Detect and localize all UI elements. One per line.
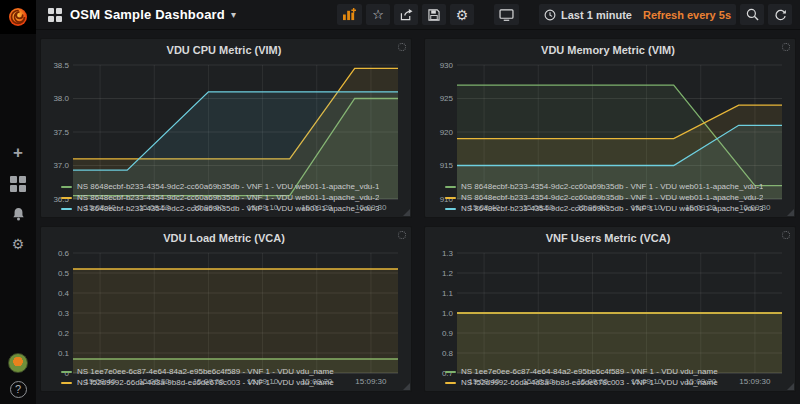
dashboard-grid: VDU CPU Metric (VIM) 36.537.037.538.038.… bbox=[36, 30, 800, 404]
legend-color-dash bbox=[445, 208, 456, 210]
legend-item[interactable]: NS 1ee7e0ee-6c87-4e64-84a2-e95be6c4f589 … bbox=[445, 366, 789, 377]
clock-icon bbox=[544, 9, 556, 21]
svg-text:925: 925 bbox=[440, 94, 454, 103]
time-range-label: Last 1 minute bbox=[561, 9, 632, 21]
grafana-logo[interactable] bbox=[0, 0, 36, 34]
svg-text:0.9: 0.9 bbox=[442, 329, 454, 338]
refresh-icon bbox=[774, 9, 787, 21]
svg-text:38.0: 38.0 bbox=[53, 94, 69, 103]
legend-item[interactable]: NS 8648ecbf-b233-4354-9dc2-cc60a69b35db … bbox=[61, 181, 405, 192]
legend-color-dash bbox=[61, 382, 72, 384]
legend-item[interactable]: NS 8648ecbf-b233-4354-9dc2-cc60a69b35db … bbox=[61, 203, 405, 214]
legend-item[interactable]: NS 8648ecbf-b233-4354-9dc2-cc60a69b35db … bbox=[61, 192, 405, 203]
panel-header[interactable]: VDU CPU Metric (VIM) bbox=[43, 41, 405, 59]
dashboard-title[interactable]: OSM Sample Dashboard bbox=[70, 7, 225, 22]
star-button[interactable]: ☆ bbox=[366, 4, 390, 25]
panel-header[interactable]: VDU Memory Metric (VIM) bbox=[427, 41, 789, 59]
legend-item[interactable]: NS 8648ecbf-b233-4354-9dc2-cc60a69b35db … bbox=[445, 192, 789, 203]
panel-header[interactable]: VDU Load Metric (VCA) bbox=[43, 229, 405, 247]
legend-item[interactable]: NS 8648ecbf-b233-4354-9dc2-cc60a69b35db … bbox=[445, 181, 789, 192]
user-avatar[interactable] bbox=[8, 353, 28, 373]
svg-text:1.2: 1.2 bbox=[442, 269, 454, 278]
legend-color-dash bbox=[445, 382, 456, 384]
legend-series-name: NS 1ee7e0ee-6c87-4e64-84a2-e95be6c4f589 … bbox=[461, 367, 718, 376]
sidebar: + ⚙ ? bbox=[0, 0, 36, 404]
panel-header[interactable]: VNF Users Metric (VCA) bbox=[427, 229, 789, 247]
legend-item[interactable]: NS 8648ecbf-b233-4354-9dc2-cc60a69b35db … bbox=[445, 203, 789, 214]
svg-text:1.3: 1.3 bbox=[442, 249, 454, 258]
refresh-interval-label: Refresh every 5s bbox=[643, 9, 731, 21]
legend-series-name: NS 8648ecbf-b233-4354-9dc2-cc60a69b35db … bbox=[461, 204, 763, 213]
users-chart[interactable]: 0.70.80.91.01.11.21.315:08:4015:08:5015:… bbox=[427, 247, 789, 365]
svg-text:1.1: 1.1 bbox=[442, 289, 454, 298]
panel-vnf-users-metric: VNF Users Metric (VCA) 0.70.80.91.01.11.… bbox=[424, 226, 796, 392]
add-panel-button[interactable] bbox=[337, 4, 362, 25]
svg-text:0.4: 0.4 bbox=[58, 289, 70, 298]
legend-series-name: NS 8648ecbf-b233-4354-9dc2-cc60a69b35db … bbox=[77, 193, 379, 202]
legend-series-name: NS f52d9992-66da-4d3a-9b8d-ec6de678c003 … bbox=[461, 378, 718, 387]
legend-series-name: NS 1ee7e0ee-6c87-4e64-84a2-e95be6c4f589 … bbox=[77, 367, 334, 376]
svg-text:37.5: 37.5 bbox=[53, 128, 69, 137]
share-icon bbox=[400, 9, 413, 21]
cpu-chart[interactable]: 36.537.037.538.038.515:08:4015:08:5015:0… bbox=[43, 59, 405, 180]
legend-series-name: NS 8648ecbf-b233-4354-9dc2-cc60a69b35db … bbox=[461, 193, 763, 202]
zoom-out-button[interactable] bbox=[740, 4, 764, 25]
legend-item[interactable]: NS 1ee7e0ee-6c87-4e64-84a2-e95be6c4f589 … bbox=[61, 366, 405, 377]
dashboard-grid-icon[interactable] bbox=[48, 8, 62, 22]
legend-color-dash bbox=[445, 197, 456, 199]
panel-vdu-memory-metric: VDU Memory Metric (VIM) 9109159209259301… bbox=[424, 38, 796, 218]
gear-icon: ⚙ bbox=[456, 8, 469, 22]
loading-spinner-icon bbox=[782, 231, 790, 239]
top-navbar: OSM Sample Dashboard ▾ ☆ bbox=[36, 0, 800, 30]
legend-color-dash bbox=[445, 186, 456, 188]
time-range-picker[interactable]: Last 1 minute Refresh every 5s bbox=[539, 4, 736, 25]
legend-color-dash bbox=[61, 208, 72, 210]
svg-text:0.3: 0.3 bbox=[58, 309, 70, 318]
legend-item[interactable]: NS f52d9992-66da-4d3a-9b8d-ec6de678c003 … bbox=[445, 377, 789, 388]
monitor-icon bbox=[499, 9, 514, 21]
legend-color-dash bbox=[61, 371, 72, 373]
panel-title[interactable]: VDU Load Metric (VCA) bbox=[163, 232, 285, 244]
magnifier-icon bbox=[746, 8, 759, 21]
legend-color-dash bbox=[61, 197, 72, 199]
load-chart-legend: NS 1ee7e0ee-6c87-4e64-84a2-e95be6c4f589 … bbox=[43, 365, 405, 388]
svg-text:38.5: 38.5 bbox=[53, 61, 69, 70]
panel-vdu-load-metric: VDU Load Metric (VCA) 00.10.20.30.40.50.… bbox=[40, 226, 412, 392]
loading-spinner-icon bbox=[398, 231, 406, 239]
legend-color-dash bbox=[445, 371, 456, 373]
panel-settings-button[interactable]: ⚙ bbox=[450, 4, 474, 25]
svg-text:0.1: 0.1 bbox=[58, 349, 70, 358]
svg-text:0.5: 0.5 bbox=[58, 269, 70, 278]
dashboards-icon[interactable] bbox=[7, 175, 29, 193]
loading-spinner-icon bbox=[398, 43, 406, 51]
create-plus-icon[interactable]: + bbox=[7, 144, 29, 162]
legend-series-name: NS 8648ecbf-b233-4354-9dc2-cc60a69b35db … bbox=[77, 204, 379, 213]
users-chart-legend: NS 1ee7e0ee-6c87-4e64-84a2-e95be6c4f589 … bbox=[427, 365, 789, 388]
configuration-gear-icon[interactable]: ⚙ bbox=[7, 237, 29, 255]
panel-title[interactable]: VDU CPU Metric (VIM) bbox=[167, 44, 282, 56]
svg-text:37.0: 37.0 bbox=[53, 161, 69, 170]
svg-text:920: 920 bbox=[440, 128, 454, 137]
save-floppy-icon bbox=[428, 9, 440, 21]
tv-mode-button[interactable] bbox=[494, 4, 519, 25]
loading-spinner-icon bbox=[782, 43, 790, 51]
svg-text:0.2: 0.2 bbox=[58, 329, 70, 338]
legend-color-dash bbox=[61, 186, 72, 188]
save-button[interactable] bbox=[422, 4, 446, 25]
share-button[interactable] bbox=[394, 4, 418, 25]
legend-series-name: NS 8648ecbf-b233-4354-9dc2-cc60a69b35db … bbox=[461, 182, 763, 191]
svg-text:0.8: 0.8 bbox=[442, 349, 454, 358]
help-icon[interactable]: ? bbox=[10, 381, 27, 398]
load-chart[interactable]: 00.10.20.30.40.50.615:08:4015:08:5015:09… bbox=[43, 247, 405, 365]
caret-down-icon[interactable]: ▾ bbox=[231, 9, 236, 20]
memory-chart-legend: NS 8648ecbf-b233-4354-9dc2-cc60a69b35db … bbox=[427, 180, 789, 214]
refresh-button[interactable] bbox=[768, 4, 792, 25]
panel-title[interactable]: VNF Users Metric (VCA) bbox=[546, 232, 671, 244]
legend-item[interactable]: NS f52d9992-66da-4d3a-9b8d-ec6de678c003 … bbox=[61, 377, 405, 388]
legend-series-name: NS 8648ecbf-b233-4354-9dc2-cc60a69b35db … bbox=[77, 182, 379, 191]
panel-title[interactable]: VDU Memory Metric (VIM) bbox=[541, 44, 675, 56]
memory-chart[interactable]: 91091592092593015:08:4015:08:5015:09:001… bbox=[427, 59, 789, 180]
legend-series-name: NS f52d9992-66da-4d3a-9b8d-ec6de678c003 … bbox=[77, 378, 334, 387]
cpu-chart-legend: NS 8648ecbf-b233-4354-9dc2-cc60a69b35db … bbox=[43, 180, 405, 214]
alerting-bell-icon[interactable] bbox=[7, 206, 29, 224]
